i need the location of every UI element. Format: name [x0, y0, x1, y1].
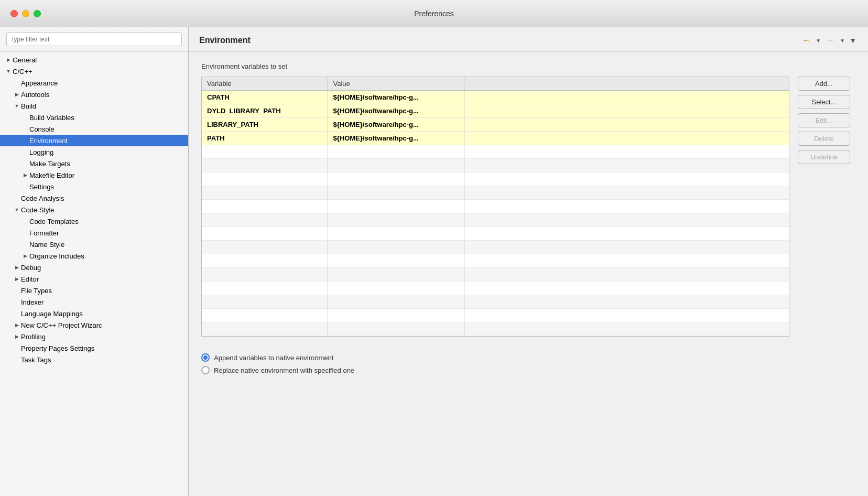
sidebar-item-general[interactable]: General	[0, 54, 188, 66]
sidebar-item-environment[interactable]: Environment	[0, 135, 188, 146]
sidebar-item-debug[interactable]: Debug	[0, 262, 188, 273]
empty-cell	[202, 200, 328, 213]
cell-variable: LIBRARY_PATH	[202, 118, 328, 132]
sidebar-item-label: Task Tags	[21, 356, 51, 364]
sidebar-item-editor[interactable]: Editor	[0, 273, 188, 285]
forward-button[interactable]: →	[824, 35, 837, 46]
sidebar-item-organize-includes[interactable]: Organize Includes	[0, 250, 188, 262]
sidebar-item-code-analysis[interactable]: Code Analysis	[0, 192, 188, 204]
edit-button[interactable]: Edit...	[798, 113, 850, 127]
sidebar-item-profiling[interactable]: Profiling	[0, 331, 188, 342]
sidebar-item-logging[interactable]: Logging	[0, 146, 188, 158]
sidebar-item-property-pages-settings[interactable]: Property Pages Settings	[0, 342, 188, 354]
table-row[interactable]: DYLD_LIBRARY_PATH ${HOME}/software/hpc-g…	[202, 104, 789, 118]
search-input[interactable]	[6, 33, 182, 46]
table-empty-row	[202, 322, 789, 336]
sidebar-item-label: Indexer	[21, 298, 44, 306]
arrow-none-icon	[21, 182, 29, 191]
cell-variable: CPATH	[202, 91, 328, 104]
select-button[interactable]: Select...	[798, 95, 850, 109]
forward-dropdown[interactable]: ▼	[839, 37, 846, 45]
sidebar-item-label: Language Mappings	[21, 310, 83, 318]
sidebar-item-label: Name Style	[29, 241, 64, 249]
back-button[interactable]: ←	[800, 35, 812, 46]
undefine-button[interactable]: Undefine	[798, 150, 850, 164]
arrow-down-icon	[13, 102, 21, 110]
sidebar-item-make-targets[interactable]: Make Targets	[0, 158, 188, 169]
arrow-none-icon	[13, 194, 21, 202]
sidebar-item-appearance[interactable]: Appearance	[0, 77, 188, 89]
sidebar-item-label: C/C++	[13, 68, 32, 76]
close-button[interactable]	[10, 10, 18, 17]
sidebar-item-settings[interactable]: Settings	[0, 181, 188, 192]
sidebar-item-language-mappings[interactable]: Language Mappings	[0, 308, 188, 319]
empty-cell	[328, 241, 464, 254]
content-body: Environment variables to set Variable Va…	[189, 52, 868, 496]
sidebar-item-console[interactable]: Console	[0, 123, 188, 135]
empty-cell	[464, 186, 789, 200]
empty-cell	[328, 213, 464, 227]
table-row[interactable]: CPATH ${HOME}/software/hpc-g...	[202, 91, 789, 104]
sidebar-item-makefile-editor[interactable]: Makefile Editor	[0, 169, 188, 181]
sidebar: GeneralC/C++AppearanceAutotoolsBuildBuil…	[0, 27, 189, 496]
sidebar-item-build-variables[interactable]: Build Variables	[0, 112, 188, 123]
arrow-down-icon	[4, 67, 13, 76]
sidebar-item-label: Build	[21, 102, 36, 110]
arrow-none-icon	[13, 286, 21, 295]
empty-cell	[202, 227, 328, 241]
table-row[interactable]: PATH ${HOME}/software/hpc-g...	[202, 132, 789, 145]
empty-cell	[464, 145, 789, 159]
back-dropdown[interactable]: ▼	[815, 37, 822, 45]
arrow-down-icon	[13, 206, 21, 214]
minimize-button[interactable]	[22, 10, 29, 17]
search-container	[0, 27, 188, 52]
content-header: Environment ← ▼ → ▼ ▼	[189, 27, 868, 52]
arrow-right-icon	[13, 263, 21, 272]
empty-cell	[202, 213, 328, 227]
col-header-value: Value	[328, 77, 464, 91]
arrow-none-icon	[13, 298, 21, 306]
sidebar-item-code-templates[interactable]: Code Templates	[0, 215, 188, 227]
maximize-button[interactable]	[34, 10, 41, 17]
sidebar-item-autotools[interactable]: Autotools	[0, 89, 188, 100]
radio-group: Append variables to native environment R…	[201, 353, 855, 374]
arrow-right-icon	[13, 321, 21, 329]
empty-cell	[328, 254, 464, 268]
arrow-none-icon	[21, 125, 29, 133]
sidebar-item-indexer[interactable]: Indexer	[0, 296, 188, 308]
sidebar-item-label: Makefile Editor	[29, 171, 74, 179]
add-button[interactable]: Add...	[798, 77, 850, 91]
sidebar-item-new-project-wizard[interactable]: New C/C++ Project Wizarc	[0, 319, 188, 331]
sidebar-item-build[interactable]: Build	[0, 100, 188, 112]
cell-value: ${HOME}/software/hpc-g...	[328, 118, 464, 132]
sidebar-item-task-tags[interactable]: Task Tags	[0, 354, 188, 365]
empty-cell	[464, 282, 789, 295]
sidebar-item-code-style[interactable]: Code Style	[0, 204, 188, 215]
action-buttons-panel: Add... Select... Edit... Delete Undefine	[798, 77, 855, 345]
sidebar-item-label: Console	[29, 125, 55, 133]
radio-replace[interactable]: Replace native environment with specifie…	[201, 366, 855, 374]
menu-dropdown[interactable]: ▼	[848, 35, 858, 46]
table-row[interactable]: LIBRARY_PATH ${HOME}/software/hpc-g...	[202, 118, 789, 132]
sidebar-item-name-style[interactable]: Name Style	[0, 239, 188, 250]
arrow-none-icon	[21, 136, 29, 145]
sidebar-item-label: Profiling	[21, 333, 46, 341]
empty-cell	[328, 295, 464, 309]
arrow-right-icon	[13, 275, 21, 283]
col-header-extra	[464, 77, 789, 91]
radio-append[interactable]: Append variables to native environment	[201, 353, 855, 362]
content-area: Environment ← ▼ → ▼ ▼ Environment variab…	[189, 27, 868, 496]
radio-replace-label: Replace native environment with specifie…	[214, 366, 354, 374]
empty-cell	[202, 295, 328, 309]
empty-cell	[328, 227, 464, 241]
sidebar-item-formatter[interactable]: Formatter	[0, 227, 188, 239]
empty-cell	[464, 172, 789, 186]
sidebar-item-cpp[interactable]: C/C++	[0, 66, 188, 77]
sidebar-item-label: New C/C++ Project Wizarc	[21, 321, 102, 329]
table-empty-row	[202, 309, 789, 322]
empty-cell	[328, 309, 464, 322]
empty-cell	[464, 227, 789, 241]
delete-button[interactable]: Delete	[798, 132, 850, 146]
sidebar-item-file-types[interactable]: File Types	[0, 285, 188, 296]
sidebar-item-label: Editor	[21, 275, 39, 283]
